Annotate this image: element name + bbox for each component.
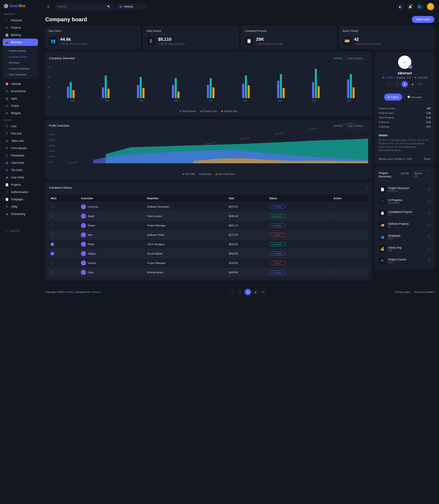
sidebar-subitem-jobs[interactable]: Jobs dashboard (3, 72, 38, 77)
privacy-link[interactable]: Privacy policy (395, 291, 410, 293)
bar (248, 85, 250, 98)
sidebar-item-cardgrids[interactable]: ▦Card Grids› (3, 159, 38, 166)
summary-sort-value: Recent 15 (414, 172, 425, 177)
user-avatar[interactable] (427, 3, 434, 11)
skype-icon[interactable]: S (402, 81, 408, 87)
terms-link[interactable]: Terms of condition (414, 291, 434, 293)
history-menu-button[interactable]: ⋮ (365, 186, 368, 189)
search-input-wrap[interactable]: 🔍 (54, 3, 114, 10)
sidebar-item-personal[interactable]: ⌂Personal› (3, 17, 38, 24)
chevron-right-icon: › (35, 34, 36, 36)
row-checkbox[interactable] (51, 270, 54, 274)
row-checkbox[interactable] (51, 261, 54, 264)
sidebar-item-charts[interactable]: ◔Charts› (3, 102, 38, 110)
info-icon[interactable]: i (427, 235, 431, 239)
info-icon[interactable]: i (427, 247, 431, 251)
twitter-icon[interactable]: 𝕏 (394, 81, 400, 87)
sidebar-subitem-flights[interactable]: Flights booking (3, 48, 38, 54)
footer-facebook-icon[interactable]: f (229, 289, 235, 295)
sidebar-item-finance[interactable]: ⊞Finance› (3, 24, 38, 31)
footer-linkedin-icon[interactable]: in (260, 289, 266, 295)
chevron-right-icon: › (35, 112, 36, 115)
sidebar-item-onboarding[interactable]: ◉Onboarding› (3, 210, 38, 218)
message-button[interactable]: 💬 Message (404, 94, 425, 100)
sidebar-item-placeloads[interactable]: ⊡Placeloads› (3, 152, 38, 159)
footer-brand-link[interactable]: DashBoi (65, 291, 74, 293)
row-action-button[interactable]: ⋮ (334, 215, 336, 218)
sidebar-item-ecommerce[interactable]: 🛍Ecommerce› (3, 87, 38, 95)
sidebar-subitem-course[interactable]: Course dashboard (3, 66, 38, 72)
report-link[interactable]: Report (424, 158, 431, 160)
facebook-icon[interactable]: f (386, 81, 392, 87)
invite-users-button[interactable]: Invite Users (412, 16, 434, 23)
bar-group (90, 75, 121, 98)
theme-toggle[interactable]: ◐ (396, 3, 404, 10)
info-icon[interactable]: i (427, 187, 431, 191)
footer-designer-link[interactable]: Pixelaxis (91, 291, 101, 293)
stat-note: Since last month (70, 43, 87, 45)
info-icon[interactable]: i (427, 199, 431, 203)
row-checkbox[interactable] (51, 243, 54, 246)
sidebar-item-usergrids[interactable]: ▦User Grids› (3, 174, 38, 181)
row-checkbox[interactable] (51, 233, 54, 236)
sidebar-item-apps[interactable]: ▦Apps› (3, 95, 38, 102)
sidebar-item-lifestyle[interactable]: 🎯Lifestyle› (3, 80, 38, 87)
footer-skype-icon[interactable]: S (245, 289, 251, 295)
legend-item: Free Cash Flow (216, 173, 234, 175)
sidebar-item-projects[interactable]: 📄Projects› (3, 181, 38, 188)
sidebar-item-utility[interactable]: ⚙Utility› (3, 203, 38, 210)
sidebar-item-subpages[interactable]: 📑Subpages› (3, 196, 38, 203)
sidebar-item-formlayouts[interactable]: ☰Form layouts› (3, 145, 38, 152)
chevron-right-icon: › (35, 19, 36, 22)
row-action-button[interactable]: ⋮ (334, 271, 336, 274)
row-checkbox[interactable] (51, 224, 54, 227)
sidebar-item-tablelists[interactable]: ▤Table Lists› (3, 137, 38, 145)
nav-label: Charts (11, 104, 19, 108)
row-action-button[interactable]: ⋮ (334, 243, 336, 246)
search-input[interactable] (58, 5, 105, 8)
sidebar-item-authentication[interactable]: 🛡Authentication› (3, 188, 38, 196)
sidebar-subitem-company[interactable]: Company board (3, 54, 38, 60)
logout-button[interactable]: ↪ Log Out (3, 227, 38, 235)
formlayouts-icon: ☰ (5, 146, 9, 150)
linkedin-icon[interactable]: in (417, 81, 423, 87)
row-checkbox[interactable] (51, 214, 54, 218)
language-button[interactable]: 🌐⌄ (417, 3, 424, 10)
info-icon[interactable]: i (427, 211, 431, 215)
row-checkbox[interactable] (51, 205, 54, 208)
footer-twitter-icon[interactable]: 𝕏 (237, 289, 243, 295)
row-action-button[interactable]: ⋮ (334, 252, 336, 255)
banking-icon: 🏦 (5, 33, 9, 37)
follow-button[interactable]: ⊕ Follow (384, 94, 402, 100)
row-action-button[interactable]: ⋮ (334, 234, 336, 236)
sidebar-item-banking[interactable]: 🏦Banking› (3, 31, 38, 39)
sidebar-item-business[interactable]: 💼Business› (3, 39, 38, 46)
associate-avatar (81, 260, 86, 266)
placeloads-icon: ⊡ (5, 154, 9, 157)
row-action-button[interactable]: ⋮ (334, 262, 336, 264)
row-checkbox[interactable] (51, 252, 54, 255)
notifications-button[interactable]: 🔔 (406, 3, 414, 10)
overview-sort-select[interactable]: Last 15 Days ⌄ (345, 56, 368, 61)
info-icon[interactable]: i (427, 259, 431, 262)
row-action-button[interactable]: ⋮ (334, 224, 336, 227)
search-icon[interactable]: 🔍 (107, 5, 111, 9)
hamburger-icon[interactable]: ☰ (45, 3, 52, 10)
summary-sort-select[interactable]: Recent 15 ⌄ (412, 171, 431, 179)
chevron-right-icon: › (35, 140, 36, 142)
logo[interactable]: DashBoi (3, 3, 38, 9)
sidebar-item-lists[interactable]: ☰Lists› (3, 123, 38, 130)
stat-card-2: Completed Projects 📋 25K ↘ 40.7%Since la… (241, 26, 337, 49)
chevron-right-icon: › (35, 162, 36, 164)
sidebar-subitem-hr[interactable]: HR board (3, 60, 38, 66)
sidebar-item-flexlists[interactable]: ☰Flex lists› (3, 130, 38, 137)
row-action-button[interactable]: ⋮ (334, 205, 336, 208)
bar (108, 89, 110, 98)
legend-item: Net Profit (183, 173, 195, 175)
instagram-icon[interactable]: ◉ (410, 81, 415, 87)
info-icon[interactable]: i (427, 223, 431, 227)
sidebar-item-widgets[interactable]: ⊞Widgets› (3, 110, 38, 117)
footer-instagram-icon[interactable]: ◉ (253, 289, 259, 295)
layout-select[interactable]: ▦ Vertical ⌄ (117, 3, 146, 10)
sidebar-item-tilegrids[interactable]: ⊞Tile Grids› (3, 166, 38, 174)
